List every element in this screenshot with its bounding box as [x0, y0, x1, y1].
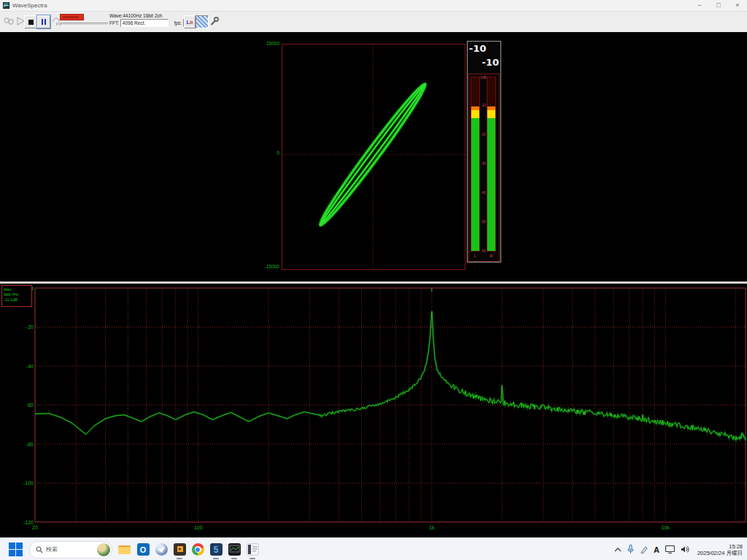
explorer-icon	[118, 544, 131, 555]
y-axis-tick-label: -100	[23, 481, 34, 486]
max-label: Max:	[4, 287, 31, 292]
system-tray: A 15:28 2025/02/24 月曜日	[614, 543, 747, 556]
start-button[interactable]	[7, 542, 23, 558]
media-orb-icon	[155, 543, 168, 556]
y-axis-tick-label: -80	[26, 442, 34, 447]
y-axis-tick-label: -60	[26, 402, 34, 408]
peak-readout: -10 -10	[468, 42, 500, 72]
spectrum-section: 0dB-20-40-60-80-100-120201001k10k Max: 9…	[0, 284, 747, 537]
meter-scale-tick-label: -20	[480, 133, 487, 136]
spectrum-grid	[35, 288, 746, 522]
clock-date: 2025/02/24 月曜日	[697, 550, 743, 556]
meter-scale-tick-label: -50	[480, 220, 487, 224]
running-indicator	[177, 558, 182, 559]
taskbar-app-dark-media[interactable]	[171, 540, 187, 559]
meter-scale-tick-label: -40	[480, 191, 487, 195]
taskbar-app-wavespectra[interactable]	[244, 540, 260, 559]
search-highlight-image[interactable]	[97, 543, 110, 556]
minimize-button[interactable]: −	[690, 0, 709, 11]
spectrum-curve-glow	[35, 311, 746, 440]
progress-indicator	[60, 14, 84, 20]
fft-size-field[interactable]: 4096 Rect.	[120, 19, 169, 27]
running-indicator	[249, 558, 255, 559]
taskbar-app-dark-capture[interactable]	[226, 540, 242, 559]
wave-label: Wave:	[109, 13, 123, 18]
peak-readout-left: -10	[468, 42, 500, 55]
stop-icon	[28, 20, 34, 25]
liss-zero-label: 0	[253, 150, 279, 155]
lr-display-button[interactable]: LR	[184, 15, 196, 28]
display-mode-button[interactable]	[196, 15, 209, 28]
y-axis-tick-label: -120	[23, 520, 34, 525]
taskbar-app-outlook[interactable]: O	[135, 540, 151, 559]
running-indicator	[213, 558, 219, 559]
fps-label: fps:	[174, 20, 182, 26]
x-axis-tick-label: 100	[194, 525, 203, 530]
window-titlebar: WaveSpectra − □ ×	[0, 0, 747, 12]
channel-label-left: L	[471, 254, 480, 258]
max-level: -11.1dB	[4, 298, 31, 303]
pen-icon[interactable]	[640, 545, 648, 554]
blue-five-app-icon: 5	[210, 543, 222, 556]
white-window-app-icon	[247, 543, 259, 556]
stop-button[interactable]	[24, 15, 37, 28]
search-box[interactable]: 検索	[29, 541, 112, 559]
meter-body: 0dB-10-20-30-40-50-60 L R	[468, 74, 500, 262]
taskbar-app-media-orb[interactable]	[153, 540, 169, 559]
search-icon	[36, 546, 43, 553]
clock[interactable]: 15:28 2025/02/24 月曜日	[697, 543, 743, 556]
max-readout-box: Max: 999.7Hz -11.1dB	[1, 285, 32, 307]
dark-media-icon	[174, 543, 186, 556]
y-axis-tick-label: -20	[26, 324, 34, 330]
lissajous-plot	[282, 44, 465, 270]
outlook-icon: O	[137, 543, 150, 556]
x-axis-tick-label: 20	[32, 525, 38, 530]
spectrum-chart: 0dB-20-40-60-80-100-120201001k10k	[0, 284, 747, 537]
wave-value: 44100Hz 16bit 2ch	[123, 13, 162, 18]
display-icon[interactable]	[665, 545, 675, 553]
meter-scale: 0dB-10-20-30-40-50-60	[480, 77, 487, 252]
meter-scale-tick-label: -10	[480, 104, 487, 107]
toolbar: Wave:44100Hz 16bit 2ch FFT: 4096 Rect. f…	[0, 12, 747, 33]
x-axis-tick-label: 10k	[661, 525, 670, 530]
spectrum-axis-labels: 0dB-20-40-60-80-100-120201001k10k	[23, 286, 670, 531]
ime-a-indicator[interactable]: A	[654, 545, 659, 554]
chrome-icon	[192, 543, 204, 556]
microphone-icon[interactable]	[627, 545, 634, 554]
meter-bar-left	[471, 77, 480, 252]
taskbar-app-blue-five[interactable]: 5	[208, 540, 224, 559]
liss-ymax-label: 15000	[253, 41, 279, 46]
taskbar-apps: O 5	[117, 540, 260, 559]
close-button[interactable]: ×	[728, 0, 747, 11]
lr-display-icon: LR	[186, 19, 193, 26]
meter-scale-tick-label: -30	[480, 162, 487, 166]
liss-ymin-label: -15000	[253, 264, 279, 269]
pause-button[interactable]	[37, 15, 50, 28]
peak-readout-right: -10	[468, 55, 500, 69]
position-slider[interactable]	[60, 23, 109, 26]
max-freq: 999.7Hz	[4, 292, 31, 298]
taskbar-app-explorer[interactable]	[117, 540, 133, 559]
meter-bar-right	[487, 77, 496, 252]
speaker-icon[interactable]	[681, 545, 690, 553]
search-placeholder: 検索	[46, 545, 58, 553]
lissajous-figure	[282, 44, 465, 269]
wavespectra-app-icon	[3, 2, 9, 9]
y-axis-tick-label: -40	[26, 364, 34, 369]
x-axis-tick-label: 1k	[429, 525, 435, 530]
fft-label: FFT:	[109, 20, 119, 26]
taskbar-app-chrome[interactable]	[190, 540, 206, 559]
wrench-icon[interactable]	[209, 16, 220, 26]
record-icon[interactable]	[4, 17, 14, 26]
meter-scale-tick-label: -60	[480, 249, 487, 253]
taskbar: 検索 O	[0, 537, 747, 560]
pause-icon	[42, 19, 46, 25]
scope-section: 15000 0 -15000 -10 -10 0dB-10-20-30-40-5…	[0, 32, 747, 281]
chevron-up-icon[interactable]	[614, 548, 622, 552]
maximize-button[interactable]: □	[709, 0, 728, 11]
stream-info: Wave:44100Hz 16bit 2ch FFT: 4096 Rect. f…	[109, 12, 195, 27]
window-title: WaveSpectra	[12, 2, 47, 9]
dark-capture-app-icon	[228, 543, 241, 556]
channel-label-right: R	[487, 254, 496, 258]
clock-time: 15:28	[697, 543, 743, 550]
